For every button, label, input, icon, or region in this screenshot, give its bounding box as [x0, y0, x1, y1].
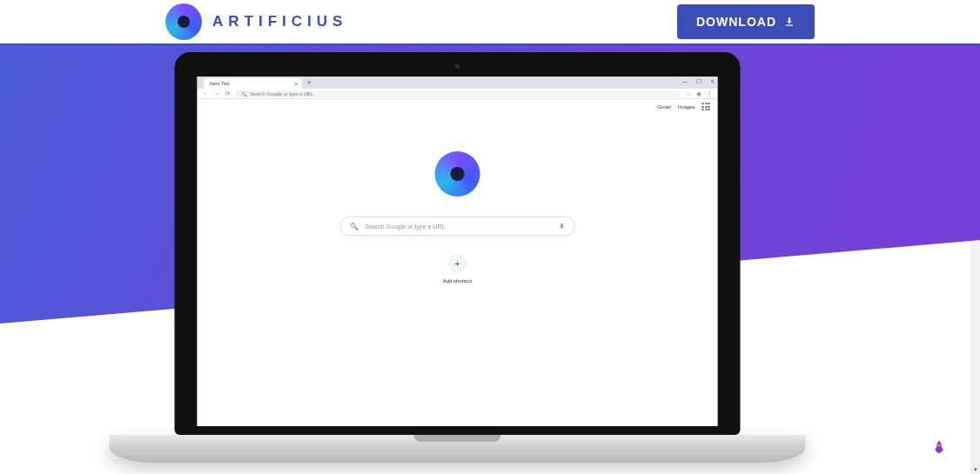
voice-search-icon[interactable]	[559, 222, 566, 230]
url-placeholder: Search Google or type a URL	[251, 91, 313, 97]
ntp-top-links: Gmail Images	[657, 103, 710, 111]
search-icon: 🔍	[241, 91, 247, 97]
search-input[interactable]: 🔍 Search Google or type a URL	[340, 217, 575, 236]
svg-point-0	[938, 444, 941, 447]
site-header: ARTIFICIUS DOWNLOAD	[0, 0, 980, 45]
download-icon	[783, 16, 795, 28]
brand-logo-wrap[interactable]: ARTIFICIUS	[165, 3, 347, 40]
download-button[interactable]: DOWNLOAD	[677, 4, 815, 39]
laptop-mockup: New Tab × + — ☐ × ← → ⟳ 🔍 Search Google …	[175, 52, 806, 463]
forward-icon[interactable]: →	[214, 90, 220, 97]
laptop-base	[110, 435, 806, 463]
images-link[interactable]: Images	[678, 104, 695, 110]
window-controls: — ☐ ×	[681, 78, 714, 85]
new-tab-page: Gmail Images 🔍 Search Google or type a U…	[198, 99, 718, 426]
maximize-icon[interactable]: ☐	[696, 78, 701, 85]
scroll-top-rocket-icon[interactable]	[931, 439, 947, 458]
shortcut-label: Add shortcut	[443, 278, 473, 284]
search-placeholder: Search Google or type a URL	[366, 224, 552, 230]
webcam-icon	[455, 64, 460, 69]
laptop-notch	[414, 435, 501, 442]
gmail-link[interactable]: Gmail	[657, 104, 671, 110]
laptop-bezel: New Tab × + — ☐ × ← → ⟳ 🔍 Search Google …	[175, 52, 741, 435]
back-icon[interactable]: ←	[203, 90, 209, 97]
new-tab-button[interactable]: +	[307, 78, 312, 87]
apps-icon[interactable]	[702, 103, 711, 111]
add-shortcut[interactable]: + Add shortcut	[443, 254, 473, 284]
search-icon: 🔍	[350, 223, 359, 230]
bookmark-icon[interactable]: ☆	[686, 90, 691, 97]
browser-tab[interactable]: New Tab ×	[205, 78, 302, 89]
brand-logo-icon	[165, 3, 202, 40]
browser-toolbar: ← → ⟳ 🔍 Search Google or type a URL ☆ ◉ …	[198, 89, 718, 99]
profile-icon[interactable]: ◉	[696, 90, 701, 97]
close-icon[interactable]: ×	[710, 78, 714, 85]
plus-icon: +	[448, 254, 467, 273]
scrollbar-down-icon[interactable]: ▾	[970, 464, 980, 474]
download-button-label: DOWNLOAD	[696, 15, 776, 29]
url-bar[interactable]: 🔍 Search Google or type a URL	[236, 90, 681, 97]
menu-icon[interactable]: ⋮	[707, 90, 713, 97]
reload-icon[interactable]: ⟳	[225, 90, 231, 97]
browser-tab-strip: New Tab × + — ☐ ×	[198, 77, 718, 89]
minimize-icon[interactable]: —	[681, 78, 688, 85]
close-icon[interactable]: ×	[294, 81, 298, 87]
laptop-screen: New Tab × + — ☐ × ← → ⟳ 🔍 Search Google …	[198, 77, 718, 426]
ntp-logo-icon	[435, 151, 480, 197]
brand-name: ARTIFICIUS	[212, 13, 347, 30]
tab-title: New Tab	[210, 81, 230, 86]
